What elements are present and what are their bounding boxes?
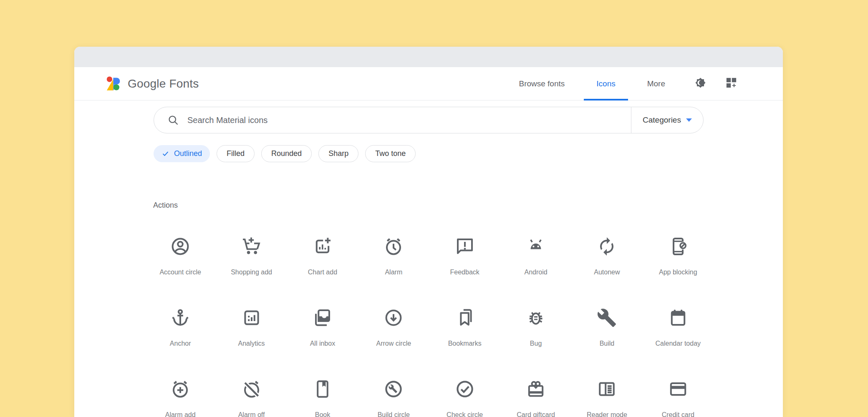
- icon-cell-alarm-off[interactable]: Alarm off: [216, 379, 287, 417]
- card-giftcard-icon: [526, 379, 546, 399]
- icon-label: Calendar today: [656, 340, 701, 347]
- credit-card-icon: [668, 379, 688, 399]
- dashboard-customize-icon: [725, 76, 738, 91]
- apps-menu-button[interactable]: [719, 72, 743, 95]
- app-blocking-icon: [668, 236, 688, 256]
- icon-cell-anchor[interactable]: Anchor: [145, 308, 216, 379]
- filter-chip-sharp[interactable]: Sharp: [318, 145, 358, 162]
- check-circle-icon: [455, 379, 475, 399]
- icon-label: Alarm: [385, 269, 402, 276]
- icon-label: All inbox: [310, 340, 335, 347]
- icon-cell-account-circle[interactable]: Account circle: [145, 236, 216, 308]
- icon-label: Feedback: [450, 269, 479, 276]
- icon-grid: Account circleShopping addChart addAlarm…: [145, 236, 714, 417]
- filter-chip-label: Sharp: [328, 149, 348, 158]
- icon-label: Build circle: [378, 411, 410, 417]
- icon-cell-alarm-add[interactable]: Alarm add: [145, 379, 216, 417]
- icon-label: Chart add: [308, 269, 337, 276]
- icon-label: Bookmarks: [448, 340, 482, 347]
- section-title: Actions: [153, 201, 783, 210]
- icon-label: Book: [315, 411, 330, 417]
- icon-label: Check circle: [447, 411, 483, 417]
- icon-cell-all-inbox[interactable]: All inbox: [287, 308, 358, 379]
- icon-cell-build[interactable]: Build: [571, 308, 642, 379]
- bookmarks-icon: [455, 308, 475, 328]
- alarm-icon: [384, 236, 404, 256]
- anchor-icon: [170, 308, 190, 328]
- chart-add-icon: [313, 236, 333, 256]
- icon-cell-android[interactable]: Android: [500, 236, 571, 308]
- window-titlebar: [74, 47, 783, 67]
- filter-chip-filled[interactable]: Filled: [217, 145, 255, 162]
- icon-label: Alarm off: [238, 411, 265, 417]
- build-circle-icon: [384, 379, 404, 399]
- icon-label: Account circle: [159, 269, 201, 276]
- icon-cell-card-giftcard[interactable]: Card giftcard: [500, 379, 571, 417]
- main-nav: Browse fonts Icons More: [503, 67, 743, 100]
- icon-cell-feedback[interactable]: Feedback: [429, 236, 500, 308]
- filter-chip-outlined[interactable]: Outlined: [154, 145, 210, 162]
- icon-cell-arrow-circle[interactable]: Arrow circle: [358, 308, 429, 379]
- dark-mode-toggle-icon: [694, 76, 707, 91]
- arrow-circle-icon: [384, 308, 404, 328]
- filter-chip-two-tone[interactable]: Two tone: [365, 145, 416, 162]
- icon-cell-book[interactable]: Book: [287, 379, 358, 417]
- build-icon: [597, 308, 617, 328]
- chevron-down-icon: [686, 118, 692, 122]
- icon-cell-credit-card[interactable]: Credit card: [643, 379, 714, 417]
- shopping-add-icon: [242, 236, 262, 256]
- filter-chip-label: Outlined: [174, 149, 202, 158]
- icon-label: Reader mode: [587, 411, 627, 417]
- filter-chip-label: Two tone: [375, 149, 406, 158]
- categories-dropdown[interactable]: Categories: [631, 107, 703, 133]
- alarm-off-icon: [242, 379, 262, 399]
- google-fonts-logo-icon: [106, 76, 122, 92]
- icon-cell-bookmarks[interactable]: Bookmarks: [429, 308, 500, 379]
- book-icon: [313, 379, 333, 399]
- tab-more[interactable]: More: [631, 67, 681, 100]
- alarm-add-icon: [170, 379, 190, 399]
- desktop-background: { "header": { "logo_text": "Google Fonts…: [0, 0, 868, 417]
- account-circle-icon: [170, 236, 190, 256]
- icon-label: Bug: [530, 340, 542, 347]
- icon-label: Build: [600, 340, 615, 347]
- search-input[interactable]: [187, 116, 631, 125]
- icon-label: App blocking: [659, 269, 697, 276]
- tab-browse-fonts[interactable]: Browse fonts: [503, 67, 580, 100]
- check-icon: [161, 150, 169, 158]
- icon-label: Autonew: [594, 269, 620, 276]
- analytics-icon: [242, 308, 262, 328]
- icon-cell-alarm[interactable]: Alarm: [358, 236, 429, 308]
- icon-cell-bug[interactable]: Bug: [500, 308, 571, 379]
- icon-cell-reader-mode[interactable]: Reader mode: [571, 379, 642, 417]
- all-inbox-icon: [313, 308, 333, 328]
- icon-cell-check-circle[interactable]: Check circle: [429, 379, 500, 417]
- icon-cell-calendar-today[interactable]: Calendar today: [643, 308, 714, 379]
- reader-mode-icon: [597, 379, 617, 399]
- icon-cell-analytics[interactable]: Analytics: [216, 308, 287, 379]
- icon-label: Analytics: [238, 340, 265, 347]
- google-fonts-window: Google Fonts Browse fonts Icons More: [74, 47, 783, 417]
- search-bar: Categories: [154, 107, 704, 133]
- google-fonts-logo[interactable]: Google Fonts: [106, 76, 199, 92]
- icon-cell-app-blocking[interactable]: App blocking: [643, 236, 714, 308]
- icon-cell-shopping-add[interactable]: Shopping add: [216, 236, 287, 308]
- feedback-icon: [455, 236, 475, 256]
- icon-cell-build-circle[interactable]: Build circle: [358, 379, 429, 417]
- filter-chip-rounded[interactable]: Rounded: [261, 145, 312, 162]
- icon-label: Android: [524, 269, 547, 276]
- icon-cell-chart-add[interactable]: Chart add: [287, 236, 358, 308]
- tab-icons[interactable]: Icons: [580, 67, 631, 100]
- search-icon: [167, 114, 179, 126]
- icon-cell-autonew[interactable]: Autonew: [571, 236, 642, 308]
- theme-toggle-button[interactable]: [689, 72, 712, 95]
- calendar-today-icon: [668, 308, 688, 328]
- filter-chip-label: Rounded: [271, 149, 302, 158]
- icon-label: Credit card: [662, 411, 694, 417]
- icon-label: Alarm add: [165, 411, 196, 417]
- filter-chip-label: Filled: [227, 149, 245, 158]
- autonew-icon: [597, 236, 617, 256]
- icon-label: Anchor: [170, 340, 191, 347]
- search-field-area: [154, 107, 631, 133]
- android-icon: [526, 236, 546, 256]
